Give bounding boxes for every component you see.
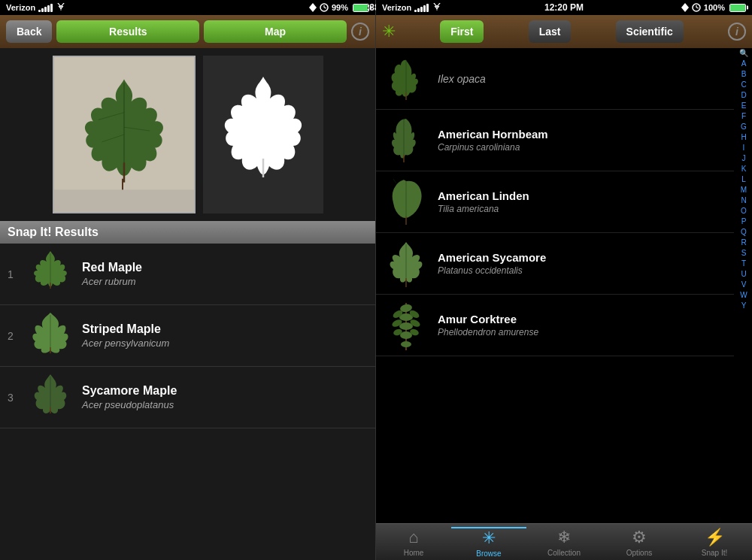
svg-line-30 — [393, 179, 396, 183]
alpha-Q[interactable]: Q — [741, 227, 747, 238]
alpha-M[interactable]: M — [741, 185, 747, 195]
right-status-right: 100% — [681, 3, 746, 12]
sort-last-button[interactable]: Last — [529, 20, 572, 43]
browse-text-hornbeam: American Hornbeam Carpinus caroliniana — [438, 128, 548, 153]
browse-item-sycamore[interactable]: American Sycamore Platanus occidentalis — [376, 233, 734, 295]
alpha-T[interactable]: T — [741, 259, 746, 269]
alpha-W[interactable]: W — [740, 290, 747, 301]
result-leaf-svg-1 — [28, 250, 73, 298]
tab-snap[interactable]: ⚡ Snap It! — [677, 528, 752, 557]
photo-area — [0, 48, 375, 221]
browse-leaf-svg-hornbeam — [387, 116, 425, 165]
options-icon: ⚙ — [632, 528, 647, 547]
sort-first-button[interactable]: First — [440, 20, 484, 43]
browse-leaf-ilex — [384, 54, 429, 103]
left-status-right: 99% — [309, 3, 369, 12]
right-carrier: Verizon — [382, 3, 411, 12]
right-signal-icon — [414, 3, 429, 12]
result-text-3: Sycamore Maple Acer pseudoplatanus — [82, 384, 177, 410]
result-item-1[interactable]: 1 Red Maple Acer rubrum — [0, 244, 375, 305]
alpha-R[interactable]: R — [741, 238, 746, 248]
browse-item-linden[interactable]: American Linden Tilia americana — [376, 171, 734, 233]
alpha-K[interactable]: K — [741, 164, 747, 174]
silhouette-svg — [203, 56, 323, 213]
right-panel: Verizon 12:20 PM 100% ✳ First Last Scien… — [376, 0, 752, 560]
right-location-icon — [681, 3, 689, 12]
result-leaf-svg-3 — [28, 373, 73, 422]
alpha-J[interactable]: J — [742, 153, 746, 164]
result-item-2[interactable]: 2 Striped Maple Acer pensylvanicum — [0, 305, 375, 367]
alpha-index: 🔍 A B C D E F G H I J K L M N O P Q R S … — [735, 48, 752, 311]
left-panel: Verizon 12:38 PM 99% Back Results Map i — [0, 0, 376, 560]
result-item-3[interactable]: 3 Sycamore Maple Acer pseudoplatanus — [0, 367, 375, 428]
alpha-I[interactable]: I — [743, 143, 745, 153]
browse-scientific-corktree: Phellodendron amurense — [438, 327, 538, 338]
browse-leaf-svg-ilex — [387, 56, 425, 101]
tab-collection[interactable]: ❄ Collection — [526, 528, 602, 557]
alpha-O[interactable]: O — [741, 206, 747, 216]
result-number-1: 1 — [8, 268, 18, 280]
browse-common-sycamore: American Sycamore — [438, 251, 546, 264]
right-info-button[interactable]: i — [728, 23, 746, 41]
right-time: 12:20 PM — [544, 2, 584, 13]
alpha-E[interactable]: E — [741, 101, 747, 111]
right-status-left: Verizon — [382, 3, 442, 12]
alpha-A[interactable]: A — [741, 59, 747, 69]
browse-common-hornbeam: American Hornbeam — [438, 128, 548, 141]
location-icon — [309, 3, 317, 12]
map-button[interactable]: Map — [204, 20, 347, 43]
right-status-bar: Verizon 12:20 PM 100% — [376, 0, 752, 15]
carrier-label: Verizon — [6, 3, 35, 12]
alpha-N[interactable]: N — [741, 195, 746, 206]
tab-home[interactable]: ⌂ Home — [376, 528, 451, 557]
browse-scientific-linden: Tilia americana — [438, 204, 529, 214]
result-number-2: 2 — [8, 330, 18, 342]
tab-bar: ⌂ Home ✳ Browse ❄ Collection ⚙ Options ⚡… — [376, 523, 752, 560]
result-common-1: Red Maple — [82, 261, 142, 274]
leaf-photo — [53, 56, 196, 213]
tab-browse[interactable]: ✳ Browse — [451, 527, 526, 558]
tab-browse-label: Browse — [476, 549, 501, 558]
browse-scientific-sycamore: Platanus occidentalis — [438, 265, 546, 276]
browse-scientific-hornbeam: Carpinus caroliniana — [438, 142, 548, 153]
tab-options-label: Options — [626, 549, 652, 557]
alpha-P[interactable]: P — [741, 216, 747, 227]
alpha-G[interactable]: G — [741, 122, 747, 132]
sort-scientific-button[interactable]: Scientific — [616, 20, 684, 43]
browse-text-ilex: Ilex opaca — [438, 73, 486, 85]
browse-leaf-hornbeam — [384, 116, 429, 165]
back-button[interactable]: Back — [6, 20, 52, 43]
svg-point-38 — [401, 341, 411, 347]
result-scientific-3: Acer pseudoplatanus — [82, 399, 177, 410]
info-button[interactable]: i — [351, 23, 369, 41]
browse-list: Ilex opaca American Hornbeam Carpinus ca… — [376, 48, 752, 523]
alpha-D[interactable]: D — [741, 90, 746, 101]
alpha-F[interactable]: F — [741, 111, 746, 122]
svg-point-37 — [400, 331, 412, 339]
results-list: 1 Red Maple Acer rubrum 2 — [0, 244, 375, 560]
alpha-B[interactable]: B — [741, 69, 747, 80]
right-nav-bar: ✳ First Last Scientific i — [376, 15, 752, 48]
clock-icon — [320, 3, 329, 12]
browse-text-corktree: Amur Corktree Phellodendron amurense — [438, 313, 538, 338]
browse-leaf-svg-sycamore — [384, 239, 428, 288]
alpha-U[interactable]: U — [741, 269, 746, 280]
browse-leaf-linden — [384, 177, 429, 226]
browse-common-linden: American Linden — [438, 189, 529, 202]
alpha-S[interactable]: S — [741, 248, 747, 259]
alpha-V[interactable]: V — [741, 280, 747, 290]
results-button[interactable]: Results — [56, 20, 199, 43]
snap-icon: ⚡ — [705, 528, 725, 547]
right-battery-text: 100% — [704, 3, 725, 12]
browse-leaf-svg-corktree — [386, 299, 427, 352]
browse-leaf-sycamore — [384, 239, 429, 288]
alpha-C[interactable]: C — [741, 80, 746, 90]
alpha-Y[interactable]: Y — [741, 301, 747, 311]
browse-item-hornbeam[interactable]: American Hornbeam Carpinus caroliniana — [376, 110, 734, 171]
alpha-L[interactable]: L — [741, 174, 746, 185]
browse-item-corktree[interactable]: Amur Corktree Phellodendron amurense — [376, 295, 734, 356]
alpha-search[interactable]: 🔍 — [739, 48, 748, 59]
browse-item-ilex[interactable]: Ilex opaca — [376, 48, 734, 110]
alpha-H[interactable]: H — [741, 132, 746, 143]
tab-options[interactable]: ⚙ Options — [602, 528, 677, 557]
